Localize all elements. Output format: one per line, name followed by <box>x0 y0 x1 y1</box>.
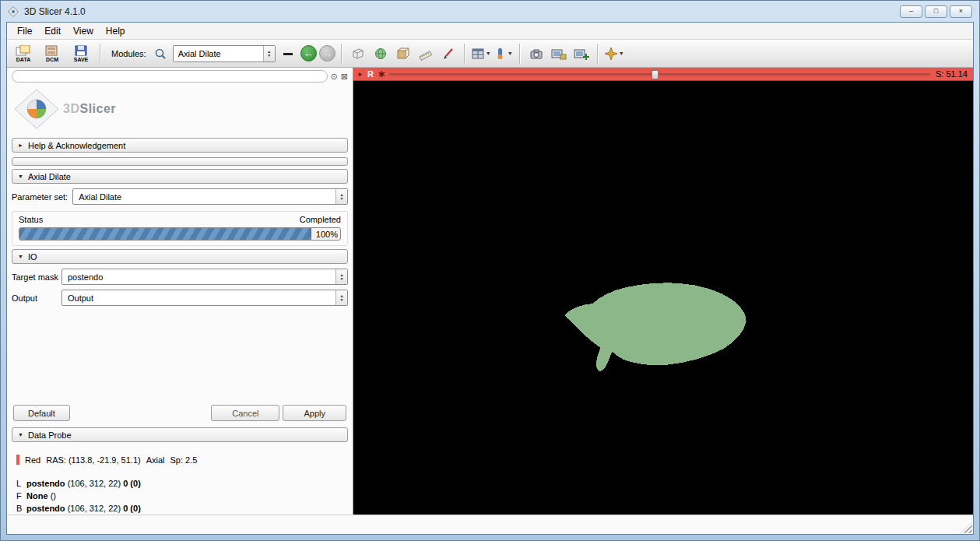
resize-grip[interactable] <box>961 522 972 533</box>
progress-bar: 100% <box>19 227 341 241</box>
volumes-button[interactable] <box>393 44 413 64</box>
screenshot-button[interactable] <box>526 44 546 64</box>
toolbar-separator <box>464 44 465 64</box>
progress-fill <box>19 228 311 240</box>
target-icon[interactable]: ⊙ <box>331 71 338 82</box>
toolbar-separator <box>597 44 599 64</box>
close-button[interactable]: × <box>950 5 972 18</box>
slicer-logo: 3DSlicer <box>7 85 353 136</box>
save-button[interactable]: SAVE <box>68 41 94 66</box>
chevron-down-icon: ▼ <box>508 51 513 56</box>
collapsed-empty-section[interactable] <box>12 157 348 166</box>
layout-button[interactable]: ▼ <box>471 44 491 64</box>
expanded-arrow-icon: ▼ <box>18 174 23 179</box>
title-bar: 3D Slicer 4.1.0 – □ × <box>1 1 979 22</box>
layout-icon <box>471 47 485 61</box>
ruler-button[interactable] <box>416 44 436 64</box>
crosshair-button[interactable]: ▼ <box>604 44 624 64</box>
ruler-icon <box>419 47 433 61</box>
application-window: 3D Slicer 4.1.0 – □ × File Edit View Hel… <box>0 0 980 541</box>
minimize-button[interactable]: – <box>900 5 922 18</box>
target-mask-label: Target mask <box>12 272 57 282</box>
expanded-arrow-icon: ▼ <box>18 254 23 259</box>
combo-spinner-icon[interactable]: ▲▼ <box>263 46 275 61</box>
data-probe-info: Red RAS: (113.8, -21.9, 51.1) Axial Sp: … <box>7 444 353 515</box>
help-acknowledgement-section[interactable]: ► Help & Acknowledgement <box>12 138 348 153</box>
panel-spacer <box>7 307 353 402</box>
slice-slider-handle[interactable] <box>652 70 659 79</box>
pin-icon[interactable]: ∗ <box>378 69 385 79</box>
menu-edit[interactable]: Edit <box>38 24 67 38</box>
module-search-input[interactable] <box>12 70 328 83</box>
modules-label: Modules: <box>111 49 146 58</box>
red-slice-view: ► R ∗ S: 51.14 <box>353 68 973 515</box>
output-combobox[interactable]: Output ▲▼ <box>61 290 348 306</box>
module-section-header[interactable]: ▼ Axial Dilate <box>12 169 348 184</box>
slice-view-label: R <box>367 69 374 79</box>
module-search-button[interactable] <box>150 44 170 64</box>
close-panel-icon[interactable]: ⊠ <box>341 71 348 82</box>
probe-slice-row: Red RAS: (113.8, -21.9, 51.1) Axial Sp: … <box>16 455 345 465</box>
module-history-button[interactable] <box>278 44 298 64</box>
output-row: Output Output ▲▼ <box>12 290 348 306</box>
menu-file[interactable]: File <box>11 24 38 38</box>
globe-button[interactable] <box>371 44 391 64</box>
target-mask-combobox[interactable]: postendo ▲▼ <box>61 269 348 285</box>
default-button[interactable]: Default <box>13 405 70 421</box>
parameter-set-label: Parameter set: <box>12 192 68 202</box>
slice-viewport[interactable] <box>353 81 973 515</box>
globe-icon <box>374 47 388 61</box>
app-icon <box>7 5 19 18</box>
probe-layers: L postendo (106, 312, 22) 0 (0) F None (… <box>16 477 345 515</box>
cancel-button[interactable]: Cancel <box>211 405 279 421</box>
editor-brush-button[interactable] <box>438 44 458 64</box>
slider-rail <box>389 73 930 76</box>
combo-spinner-icon[interactable]: ▲▼ <box>335 269 347 284</box>
menu-bar: File Edit View Help <box>7 23 973 40</box>
scene-view-add-icon <box>574 47 589 61</box>
combo-spinner-icon[interactable]: ▲▼ <box>335 189 347 204</box>
back-button[interactable]: ← <box>300 45 317 61</box>
load-dicom-button[interactable]: DCM <box>39 41 65 66</box>
main-area: ⊙ ⊠ 3DSlicer ► Help & Acknowledgeme <box>7 68 973 515</box>
parameter-set-combobox[interactable]: Axial Dilate ▲▼ <box>72 188 348 205</box>
screenshot-icon <box>529 47 543 61</box>
wire-cube-button[interactable] <box>348 44 368 64</box>
module-selector-value: Axial Dilate <box>174 49 263 58</box>
forward-button[interactable]: → <box>319 45 335 61</box>
chevron-down-icon: ▼ <box>486 51 491 56</box>
slice-controller-bar: ► R ∗ S: 51.14 <box>353 68 973 81</box>
volumes-icon <box>396 47 410 61</box>
toolbar-separator <box>100 44 101 64</box>
slice-views-button[interactable]: ▼ <box>494 44 514 64</box>
progress-percent: 100% <box>316 230 338 239</box>
probe-layer-row: L postendo (106, 312, 22) 0 (0) <box>16 477 345 490</box>
module-buttons-row: Default Cancel Apply <box>13 405 346 421</box>
module-selector-combobox[interactable]: Axial Dilate ▲▼ <box>173 45 276 62</box>
collapsed-arrow-icon: ► <box>18 142 23 148</box>
probe-layer-row: F None () <box>16 490 345 502</box>
data-icon <box>16 45 31 56</box>
combo-spinner-icon[interactable]: ▲▼ <box>335 290 347 305</box>
module-panel-header: ⊙ ⊠ <box>7 68 353 85</box>
io-section-header[interactable]: ▼ IO <box>12 249 348 264</box>
scene-view-button[interactable] <box>549 44 569 64</box>
toolbar-separator <box>341 44 342 64</box>
data-probe-section-header[interactable]: ▼ Data Probe <box>12 427 348 442</box>
back-icon: ← <box>304 47 314 59</box>
module-history-icon <box>283 51 293 56</box>
window-content: File Edit View Help DATA DCM SAVE Module… <box>6 22 974 535</box>
apply-button[interactable]: Apply <box>283 405 346 421</box>
maximize-button[interactable]: □ <box>925 5 947 18</box>
scene-view-add-button[interactable] <box>571 44 592 64</box>
chevron-right-icon[interactable]: ► <box>357 71 364 78</box>
menu-help[interactable]: Help <box>100 24 132 38</box>
probe-layer-row: B postendo (106, 312, 22) 0 (0) <box>16 502 345 515</box>
probe-slice-name: Red <box>25 455 40 465</box>
module-panel: ⊙ ⊠ 3DSlicer ► Help & Acknowledgeme <box>7 68 353 515</box>
menu-view[interactable]: View <box>67 24 100 38</box>
slice-offset-slider[interactable] <box>389 69 930 79</box>
load-data-button[interactable]: DATA <box>10 41 37 66</box>
slicer-logo-text: 3DSlicer <box>63 102 116 116</box>
brush-icon <box>441 47 455 61</box>
